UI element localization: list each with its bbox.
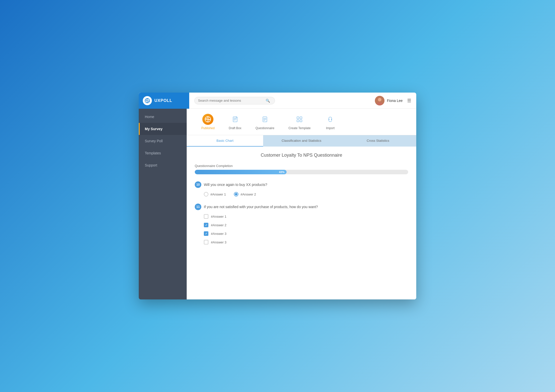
questionnaire-label: Questionnaire xyxy=(256,126,274,130)
tabs: Basic Chart Classification and Statistic… xyxy=(187,135,416,147)
icon-bar-import[interactable]: Import xyxy=(318,112,343,132)
search-icon: 🔍 xyxy=(266,99,270,103)
radio-answer-2[interactable]: #Answer 2 xyxy=(234,192,256,197)
svg-rect-6 xyxy=(233,117,237,122)
checkbox-answer-2[interactable]: #Answer 2 xyxy=(204,223,408,227)
draft-icon-wrap xyxy=(230,114,241,125)
checkbox-btn-2[interactable] xyxy=(204,223,208,227)
icon-bar-draft[interactable]: Draft Box xyxy=(222,112,248,132)
question-11-answers: #Answer 1 #Answer 2 #Answer 3 #Answ xyxy=(195,214,408,244)
body: Home My Survey Survey Poll Templates Sup… xyxy=(139,109,416,299)
menu-icon[interactable]: ☰ xyxy=(407,98,411,103)
question-10-num: 10 xyxy=(195,181,201,188)
checkbox-answer-1[interactable]: #Answer 1 xyxy=(204,214,408,219)
main: Published Draft Box xyxy=(187,109,416,299)
published-icon-wrap xyxy=(202,114,213,125)
progress-bar-fill: 43% xyxy=(195,170,287,174)
tab-cross-statistics[interactable]: Cross Statistics xyxy=(340,135,416,147)
sidebar-item-support[interactable]: Support xyxy=(139,159,187,171)
search-input[interactable] xyxy=(198,99,264,102)
question-11-num: 11 xyxy=(195,204,201,210)
import-icon-wrap xyxy=(325,114,336,125)
checkbox-btn-1[interactable] xyxy=(204,214,208,219)
radio-label-2: #Answer 2 xyxy=(240,192,256,196)
checkbox-label-4: #Answer 3 xyxy=(211,240,226,244)
svg-point-15 xyxy=(328,119,329,120)
radio-label-1: #Answer 1 xyxy=(210,192,226,196)
questionnaire-icon-wrap xyxy=(259,114,270,125)
icon-bar-questionnaire[interactable]: Questionnaire xyxy=(248,112,282,132)
logo-text: UXPOLL xyxy=(154,98,172,103)
checkbox-btn-3[interactable] xyxy=(204,231,208,236)
checkbox-answer-3[interactable]: #Answer 3 xyxy=(204,231,408,236)
draft-label: Draft Box xyxy=(229,126,241,130)
checkbox-label-2: #Answer 2 xyxy=(211,223,226,227)
create-template-label: Create Template xyxy=(288,126,311,130)
progress-section: Questionnaire Completion 43% xyxy=(195,164,408,174)
svg-rect-13 xyxy=(297,120,299,122)
checkbox-btn-4[interactable] xyxy=(204,240,208,244)
logo-icon xyxy=(143,96,152,105)
sidebar-item-home[interactable]: Home xyxy=(139,111,187,123)
sidebar-item-templates[interactable]: Templates xyxy=(139,147,187,159)
question-11-header: 11 If you are not satisfied with your pu… xyxy=(195,204,408,210)
svg-point-2 xyxy=(378,98,381,101)
user-name: Fiona Lee xyxy=(387,99,403,103)
svg-rect-11 xyxy=(297,117,299,119)
checkbox-label-1: #Answer 1 xyxy=(211,215,226,218)
progress-bar: 43% xyxy=(195,170,408,174)
svg-point-16 xyxy=(331,119,332,120)
icon-bar-published[interactable]: Published xyxy=(194,112,222,132)
search-box[interactable]: 🔍 xyxy=(194,97,275,104)
sidebar: Home My Survey Survey Poll Templates Sup… xyxy=(139,109,187,299)
radio-btn-1[interactable] xyxy=(204,192,208,197)
content-area: Customer Loyalty To NPS Questionnaire Qu… xyxy=(187,147,416,299)
avatar xyxy=(375,96,384,105)
tab-basic-chart[interactable]: Basic Chart xyxy=(187,135,263,147)
checkbox-answer-4[interactable]: #Answer 3 xyxy=(204,240,408,244)
question-10-text: Will you once again to buy XX products? xyxy=(204,183,267,187)
published-label: Published xyxy=(201,126,215,130)
radio-btn-2[interactable] xyxy=(234,192,238,197)
sidebar-item-survey-poll[interactable]: Survey Poll xyxy=(139,135,187,147)
icon-bar-create-template[interactable]: Create Template xyxy=(281,112,318,132)
progress-text: 43% xyxy=(279,171,285,174)
sidebar-item-my-survey[interactable]: My Survey xyxy=(139,123,187,135)
content-title: Customer Loyalty To NPS Questionnaire xyxy=(195,153,408,158)
svg-rect-12 xyxy=(300,117,302,119)
radio-answer-1[interactable]: #Answer 1 xyxy=(204,192,226,197)
app-container: UXPOLL 🔍 Fiona Lee ☰ Home xyxy=(139,93,416,299)
question-10: 10 Will you once again to buy XX product… xyxy=(195,181,408,197)
logo-area: UXPOLL xyxy=(139,93,189,109)
search-area: 🔍 xyxy=(189,97,375,104)
question-10-answers: #Answer 1 #Answer 2 xyxy=(195,192,408,197)
question-10-header: 10 Will you once again to buy XX product… xyxy=(195,181,408,188)
tab-classification[interactable]: Classification and Statistics xyxy=(263,135,340,147)
import-label: Import xyxy=(326,126,335,130)
progress-label: Questionnaire Completion xyxy=(195,164,408,168)
question-11: 11 If you are not satisfied with your pu… xyxy=(195,204,408,244)
question-11-text: If you are not satisfied with your purch… xyxy=(204,205,318,209)
svg-rect-14 xyxy=(300,120,302,122)
user-area: Fiona Lee ☰ xyxy=(375,96,411,105)
checkbox-label-3: #Answer 3 xyxy=(211,232,226,236)
header: UXPOLL 🔍 Fiona Lee ☰ xyxy=(139,93,416,109)
icon-bar: Published Draft Box xyxy=(187,109,416,135)
create-template-icon-wrap xyxy=(294,114,305,125)
